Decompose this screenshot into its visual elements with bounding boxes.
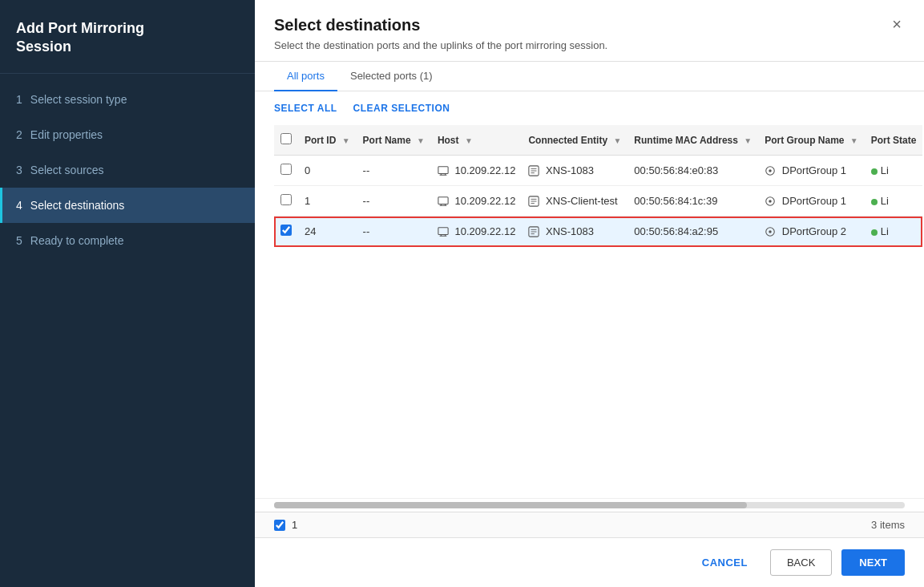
row-mac: 00:50:56:84:a2:95	[627, 217, 758, 247]
sidebar-item-select-sources[interactable]: 3 Select sources	[0, 152, 255, 188]
table-row[interactable]: 1 -- 10.209.22.12 XNS-Client-test 00:50:…	[274, 186, 922, 217]
horizontal-scrollbar[interactable]	[255, 498, 924, 512]
host-filter-icon[interactable]: ▼	[465, 136, 473, 145]
status-dot	[871, 199, 878, 205]
scroll-thumb	[274, 502, 747, 508]
svg-point-29	[769, 231, 772, 234]
step-number-5: 5	[16, 234, 22, 247]
sidebar-item-select-destinations[interactable]: 4 Select destinations	[0, 188, 255, 223]
sidebar-item-select-session-type[interactable]: 1 Select session type	[0, 82, 255, 117]
tab-all-ports[interactable]: All ports	[274, 62, 337, 91]
entity-icon	[528, 226, 539, 237]
scroll-track	[274, 502, 905, 508]
row-port-name: --	[357, 217, 431, 247]
row-port-name: --	[357, 186, 431, 217]
row-port-state: Li	[865, 156, 923, 186]
row-port-id: 0	[298, 156, 357, 186]
th-port-id[interactable]: Port ID ▼	[298, 125, 357, 156]
row-mac: 00:50:56:84:1c:39	[627, 186, 758, 217]
th-port-group[interactable]: Port Group Name ▼	[758, 125, 865, 156]
dialog-header: Select destinations Select the destinati…	[255, 0, 924, 62]
row-port-group: DPortGroup 2	[758, 217, 865, 247]
step-label-2: Edit properties	[30, 128, 103, 141]
port-group-filter-icon[interactable]: ▼	[850, 136, 858, 145]
sidebar-title: Add Port MirroringSession	[0, 0, 255, 74]
entity-icon	[528, 165, 539, 176]
select-all-button[interactable]: SELECT ALL	[274, 99, 337, 117]
row-port-group: DPortGroup 1	[758, 186, 865, 217]
select-all-checkbox[interactable]	[280, 133, 292, 144]
dialog-subtitle: Select the destination ports and the upl…	[274, 39, 607, 51]
sidebar-steps: 1 Select session type 2 Edit properties …	[0, 74, 255, 266]
step-number-3: 3	[16, 164, 22, 176]
status-dot	[871, 229, 878, 236]
table-row[interactable]: 0 -- 10.209.22.12 XNS-1083 00:50:56:84:e…	[274, 156, 922, 186]
close-button[interactable]: ×	[889, 16, 905, 32]
host-icon	[438, 226, 449, 237]
svg-point-9	[769, 170, 772, 173]
step-number-4: 4	[16, 199, 22, 212]
port-id-filter-icon[interactable]: ▼	[342, 136, 350, 145]
connected-entity-filter-icon[interactable]: ▼	[613, 136, 621, 145]
dport-icon	[765, 165, 776, 176]
dialog-title: Select destinations	[274, 16, 607, 34]
row-connected-entity: XNS-Client-test	[522, 186, 627, 217]
row-checkbox-2[interactable]	[280, 225, 292, 236]
clear-selection-button[interactable]: CLEAR SELECTION	[353, 99, 450, 117]
bottom-bar: 1 3 items	[255, 512, 924, 537]
row-checkbox-cell	[274, 217, 298, 247]
dport-icon	[765, 226, 776, 237]
th-host[interactable]: Host ▼	[431, 125, 523, 156]
svg-rect-10	[438, 197, 448, 204]
row-checkbox-cell	[274, 156, 298, 186]
step-number-2: 2	[16, 128, 22, 141]
step-label-5: Ready to complete	[30, 234, 124, 247]
row-port-name: --	[357, 156, 431, 186]
bottom-checkbox[interactable]	[274, 520, 285, 531]
step-number-1: 1	[16, 93, 22, 106]
th-connected-entity[interactable]: Connected Entity ▼	[522, 125, 627, 156]
th-checkbox	[274, 125, 298, 156]
table-toolbar: SELECT ALL CLEAR SELECTION	[255, 91, 924, 125]
dport-icon	[765, 196, 776, 207]
table-row[interactable]: 24 -- 10.209.22.12 XNS-1083 00:50:56:84:…	[274, 217, 922, 247]
row-port-group: DPortGroup 1	[758, 156, 865, 186]
row-connected-entity: XNS-1083	[522, 156, 627, 186]
row-connected-entity: XNS-1083	[522, 217, 627, 247]
dialog-footer: CANCEL BACK NEXT	[255, 537, 924, 587]
step-label-1: Select session type	[30, 93, 127, 106]
tab-selected-ports[interactable]: Selected ports (1)	[337, 62, 446, 91]
row-mac: 00:50:56:84:e0:83	[627, 156, 758, 186]
row-port-state: Li	[865, 217, 923, 247]
row-checkbox-cell	[274, 186, 298, 217]
sidebar-item-edit-properties[interactable]: 2 Edit properties	[0, 117, 255, 152]
table-container: Port ID ▼ Port Name ▼ Host ▼ Connected E…	[255, 125, 924, 498]
row-checkbox-1[interactable]	[280, 194, 292, 205]
cancel-button[interactable]: CANCEL	[689, 550, 761, 575]
row-host: 10.209.22.12	[431, 186, 523, 217]
tabs-bar: All ports Selected ports (1)	[255, 62, 924, 91]
sidebar-item-ready-to-complete[interactable]: 5 Ready to complete	[0, 223, 255, 258]
entity-icon	[528, 196, 539, 207]
th-port-state[interactable]: Port State	[865, 125, 923, 156]
row-port-id: 24	[298, 217, 357, 247]
row-checkbox-0[interactable]	[280, 164, 292, 175]
row-port-state: Li	[865, 186, 923, 217]
row-host: 10.209.22.12	[431, 217, 523, 247]
items-count-label: 3 items	[871, 519, 905, 531]
status-dot	[871, 168, 878, 175]
back-button[interactable]: BACK	[770, 549, 832, 576]
main-content: Select destinations Select the destinati…	[255, 0, 924, 587]
selected-count-label: 1	[292, 519, 297, 531]
step-label-4: Select destinations	[30, 199, 125, 212]
th-port-name[interactable]: Port Name ▼	[357, 125, 431, 156]
sidebar: Add Port MirroringSession 1 Select sessi…	[0, 0, 255, 587]
row-port-id: 1	[298, 186, 357, 217]
port-name-filter-icon[interactable]: ▼	[417, 136, 425, 145]
ports-table: Port ID ▼ Port Name ▼ Host ▼ Connected E…	[274, 125, 922, 247]
th-runtime-mac[interactable]: Runtime MAC Address ▼	[627, 125, 758, 156]
row-host: 10.209.22.12	[431, 156, 523, 186]
mac-filter-icon[interactable]: ▼	[744, 136, 752, 145]
svg-rect-20	[438, 228, 448, 235]
next-button[interactable]: NEXT	[841, 549, 905, 576]
